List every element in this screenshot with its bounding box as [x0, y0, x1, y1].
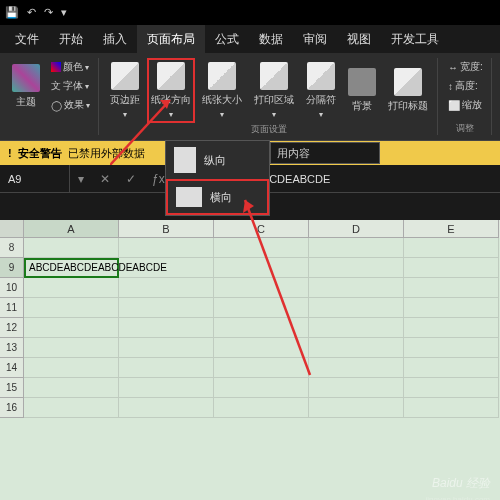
- cell[interactable]: [119, 298, 214, 318]
- cell[interactable]: [404, 258, 499, 278]
- menubar: 文件 开始 插入 页面布局 公式 数据 审阅 视图 开发工具: [0, 25, 500, 53]
- menu-review[interactable]: 审阅: [293, 25, 337, 54]
- cell[interactable]: [119, 398, 214, 418]
- effects-button[interactable]: ◯效果▾: [47, 96, 94, 114]
- cell[interactable]: [24, 318, 119, 338]
- col-header[interactable]: B: [119, 220, 214, 238]
- cell[interactable]: [214, 378, 309, 398]
- row-header[interactable]: 8: [0, 238, 24, 258]
- orientation-button[interactable]: 纸张方向▾: [147, 58, 195, 123]
- row-header[interactable]: 10: [0, 278, 24, 298]
- cell[interactable]: [24, 278, 119, 298]
- cell[interactable]: [119, 258, 214, 278]
- titles-button[interactable]: 打印标题: [383, 65, 433, 116]
- height-icon: ↕: [448, 81, 453, 92]
- row-header[interactable]: 16: [0, 398, 24, 418]
- row-header[interactable]: 12: [0, 318, 24, 338]
- ribbon-group-theme: 主题 颜色▾ 文字体▾ ◯效果▾: [3, 58, 99, 135]
- cell[interactable]: [404, 378, 499, 398]
- confirm-icon[interactable]: ✓: [118, 172, 144, 186]
- cell[interactable]: [309, 358, 404, 378]
- cell[interactable]: [404, 358, 499, 378]
- cell[interactable]: [24, 238, 119, 258]
- menu-data[interactable]: 数据: [249, 25, 293, 54]
- namebox-dropdown-icon[interactable]: ▾: [70, 172, 92, 186]
- scale-button[interactable]: ⬜缩放: [444, 96, 487, 114]
- cell[interactable]: [404, 278, 499, 298]
- row-header[interactable]: 13: [0, 338, 24, 358]
- cell[interactable]: [309, 258, 404, 278]
- select-all-corner[interactable]: [0, 220, 24, 238]
- cell[interactable]: [404, 238, 499, 258]
- menu-dev[interactable]: 开发工具: [381, 25, 449, 54]
- cell[interactable]: [309, 378, 404, 398]
- titles-icon: [394, 68, 422, 96]
- redo-icon[interactable]: ↷: [44, 6, 53, 19]
- cell[interactable]: [309, 398, 404, 418]
- cell[interactable]: [309, 318, 404, 338]
- portrait-option[interactable]: 纵向: [166, 141, 269, 179]
- cell[interactable]: [214, 318, 309, 338]
- menu-home[interactable]: 开始: [49, 25, 93, 54]
- cell[interactable]: [119, 378, 214, 398]
- cell[interactable]: [119, 238, 214, 258]
- col-header[interactable]: C: [214, 220, 309, 238]
- landscape-option[interactable]: 横向: [166, 179, 269, 215]
- cell[interactable]: [119, 278, 214, 298]
- cell[interactable]: [24, 398, 119, 418]
- cell[interactable]: [404, 318, 499, 338]
- cell[interactable]: [24, 338, 119, 358]
- cell[interactable]: [404, 398, 499, 418]
- cell[interactable]: [309, 278, 404, 298]
- width-icon: ↔: [448, 62, 458, 73]
- cell[interactable]: [214, 298, 309, 318]
- col-header[interactable]: D: [309, 220, 404, 238]
- colors-button[interactable]: 颜色▾: [47, 58, 94, 76]
- height-button[interactable]: ↕高度:: [444, 77, 487, 95]
- save-icon[interactable]: 💾: [5, 6, 19, 19]
- row-header[interactable]: 9: [0, 258, 24, 278]
- cell[interactable]: [24, 298, 119, 318]
- cell[interactable]: [214, 338, 309, 358]
- menu-insert[interactable]: 插入: [93, 25, 137, 54]
- cell[interactable]: [119, 318, 214, 338]
- cell[interactable]: [404, 298, 499, 318]
- cell[interactable]: [309, 338, 404, 358]
- background-button[interactable]: 背景: [343, 65, 381, 116]
- cell[interactable]: [214, 238, 309, 258]
- menu-layout[interactable]: 页面布局: [137, 25, 205, 54]
- name-box[interactable]: A9: [0, 165, 70, 192]
- row-header[interactable]: 14: [0, 358, 24, 378]
- printarea-button[interactable]: 打印区域▾: [249, 59, 299, 122]
- menu-file[interactable]: 文件: [5, 25, 49, 54]
- cell[interactable]: [214, 278, 309, 298]
- menu-formula[interactable]: 公式: [205, 25, 249, 54]
- qat-more-icon[interactable]: ▾: [61, 6, 67, 19]
- cell[interactable]: [119, 338, 214, 358]
- width-button[interactable]: ↔宽度:: [444, 58, 487, 76]
- cell[interactable]: [119, 358, 214, 378]
- cell-a9[interactable]: ABCDEABCDEABCDEABCDE: [24, 258, 119, 278]
- fonts-icon: 文: [51, 79, 61, 93]
- cell[interactable]: [309, 298, 404, 318]
- row-header[interactable]: 15: [0, 378, 24, 398]
- col-header[interactable]: E: [404, 220, 499, 238]
- theme-button[interactable]: 主题: [7, 61, 45, 112]
- cell[interactable]: [404, 338, 499, 358]
- undo-icon[interactable]: ↶: [27, 6, 36, 19]
- size-button[interactable]: 纸张大小▾: [197, 59, 247, 122]
- cancel-icon[interactable]: ✕: [92, 172, 118, 186]
- menu-view[interactable]: 视图: [337, 25, 381, 54]
- row-header[interactable]: 11: [0, 298, 24, 318]
- cell[interactable]: [24, 378, 119, 398]
- breaks-button[interactable]: 分隔符▾: [301, 59, 341, 122]
- fonts-button[interactable]: 文字体▾: [47, 77, 94, 95]
- cell[interactable]: [214, 258, 309, 278]
- col-header[interactable]: A: [24, 220, 119, 238]
- column-headers: A B C D E: [0, 220, 500, 238]
- cell[interactable]: [309, 238, 404, 258]
- cell[interactable]: [214, 398, 309, 418]
- margins-button[interactable]: 页边距▾: [105, 59, 145, 122]
- cell[interactable]: [214, 358, 309, 378]
- cell[interactable]: [24, 358, 119, 378]
